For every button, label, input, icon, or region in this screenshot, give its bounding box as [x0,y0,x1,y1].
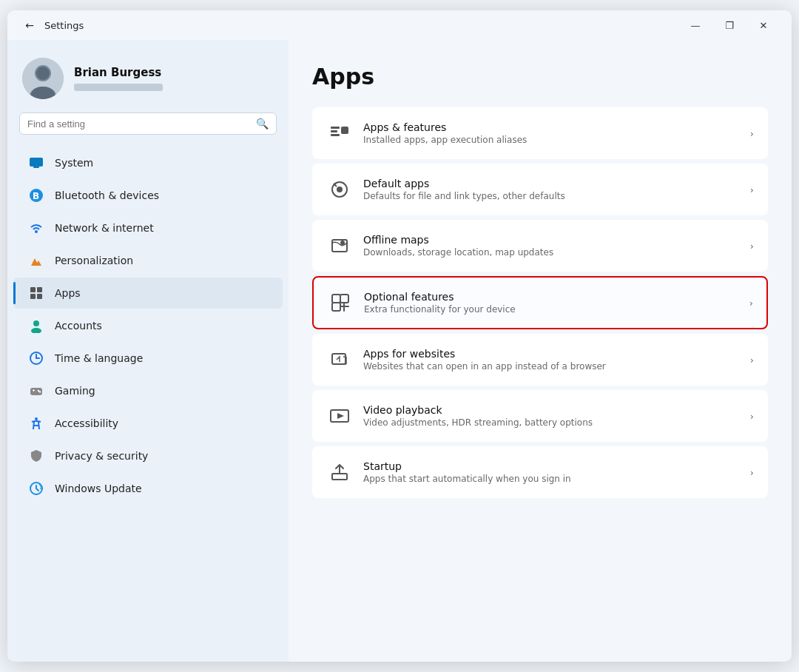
svg-point-3 [36,67,50,80]
setting-desc-apps-websites: Websites that can open in an app instead… [363,361,743,372]
privacy-icon [28,448,44,464]
accounts-icon [28,317,44,334]
svg-point-15 [31,328,41,333]
chevron-icon-7: › [750,467,754,478]
svg-rect-6 [33,167,39,168]
sidebar-item-network[interactable]: Network & internet [13,212,283,243]
sidebar-item-time[interactable]: Time & language [13,343,283,374]
search-bar[interactable]: 🔍 [19,112,277,135]
setting-card-startup[interactable]: Startup Apps that start automatically wh… [312,446,768,498]
setting-desc-offline-maps: Downloads, storage location, map updates [363,247,743,258]
svg-point-31 [340,241,345,245]
setting-card-default-apps[interactable]: Default apps Defaults for file and link … [312,164,768,215]
sidebar-label-bluetooth: Bluetooth & devices [55,189,159,201]
close-button[interactable]: ✕ [747,13,780,37]
svg-rect-35 [332,354,345,364]
setting-name-offline-maps: Offline maps [363,234,743,246]
user-subtitle [74,84,163,91]
user-info: Brian Burgess [74,66,163,91]
sidebar-label-gaming: Gaming [55,385,95,397]
sidebar-item-update[interactable]: Windows Update [13,473,283,504]
optional-features-icon [327,289,354,316]
user-section: Brian Burgess [7,40,289,112]
setting-desc-optional-features: Extra functionality for your device [364,304,742,315]
sidebar-label-accounts: Accounts [55,320,102,332]
sidebar-item-accessibility[interactable]: Accessibility [13,408,283,439]
chevron-icon-2: › [750,184,754,195]
svg-point-29 [337,187,343,192]
system-icon [28,155,44,171]
sidebar-item-bluetooth[interactable]: B Bluetooth & devices [13,180,283,211]
sidebar-item-apps[interactable]: Apps [13,278,283,309]
setting-card-optional-features[interactable]: Optional features Extra functionality fo… [312,276,768,329]
maximize-button[interactable]: ❐ [713,13,746,37]
svg-rect-10 [30,287,36,292]
svg-point-22 [35,417,38,420]
default-apps-icon [326,176,353,203]
bluetooth-icon: B [28,187,44,204]
svg-rect-30 [332,240,347,252]
window-controls: — ❐ ✕ [679,13,780,37]
sidebar-item-gaming[interactable]: Gaming [13,375,283,406]
search-icon: 🔍 [256,118,269,130]
accessibility-icon [28,415,44,431]
svg-rect-24 [331,127,340,129]
page-title: Apps [312,64,768,90]
sidebar-item-accounts[interactable]: Accounts [13,310,283,341]
svg-rect-34 [332,303,340,311]
svg-rect-32 [332,295,340,303]
sidebar-item-privacy[interactable]: Privacy & security [13,440,283,471]
setting-card-apps-websites[interactable]: Apps for websites Websites that can open… [312,334,768,386]
setting-text-default-apps: Default apps Defaults for file and link … [363,178,743,201]
svg-rect-11 [37,287,42,292]
setting-desc-apps-features: Installed apps, app execution aliases [363,135,743,145]
sidebar-label-privacy: Privacy & security [55,450,148,462]
window-title: Settings [44,20,84,31]
sidebar-label-apps: Apps [55,287,81,299]
setting-card-apps-features[interactable]: Apps & features Installed apps, app exec… [312,107,768,159]
settings-window: ← Settings — ❐ ✕ [7,10,792,662]
main-content: Apps Apps & features Installed [289,40,792,662]
svg-point-21 [39,391,41,392]
setting-card-video-playback[interactable]: Video playback Video adjustments, HDR st… [312,390,768,442]
network-icon [28,220,44,236]
sidebar-label-update: Windows Update [55,483,142,494]
setting-text-apps-features: Apps & features Installed apps, app exec… [363,121,743,145]
svg-rect-38 [332,474,347,480]
personalization-icon [28,252,44,269]
search-input[interactable] [27,118,250,130]
svg-point-14 [33,320,39,326]
setting-desc-default-apps: Defaults for file and link types, other … [363,191,743,201]
time-icon [28,350,44,366]
sidebar-label-system: System [55,157,93,169]
svg-rect-25 [331,130,337,132]
setting-name-apps-features: Apps & features [363,121,743,133]
setting-card-offline-maps[interactable]: Offline maps Downloads, storage location… [312,220,768,272]
sidebar-label-network: Network & internet [55,222,154,234]
setting-text-startup: Startup Apps that start automatically wh… [363,460,743,484]
settings-list: Apps & features Installed apps, app exec… [312,107,768,498]
sidebar-item-system[interactable]: System [13,147,283,178]
chevron-icon: › [750,128,754,139]
svg-marker-37 [337,413,344,419]
svg-rect-33 [340,295,348,303]
back-button[interactable]: ← [19,15,40,36]
nav-list: System B Bluetooth & devices [7,147,289,505]
minimize-button[interactable]: — [679,13,712,37]
sidebar: Brian Burgess 🔍 System [7,40,289,662]
titlebar: ← Settings — ❐ ✕ [7,10,792,40]
svg-rect-26 [331,134,340,136]
chevron-icon-5: › [750,355,754,366]
svg-rect-12 [30,294,36,299]
gaming-icon [28,383,44,399]
avatar [22,58,64,99]
sidebar-item-personalization[interactable]: Personalization [13,245,283,276]
svg-rect-5 [30,158,43,167]
chevron-icon-4: › [749,298,753,309]
update-icon [28,480,44,497]
chevron-icon-3: › [750,241,754,252]
setting-text-video-playback: Video playback Video adjustments, HDR st… [363,404,743,428]
apps-features-icon [326,120,353,147]
offline-maps-icon [326,232,353,259]
svg-rect-27 [341,127,348,134]
